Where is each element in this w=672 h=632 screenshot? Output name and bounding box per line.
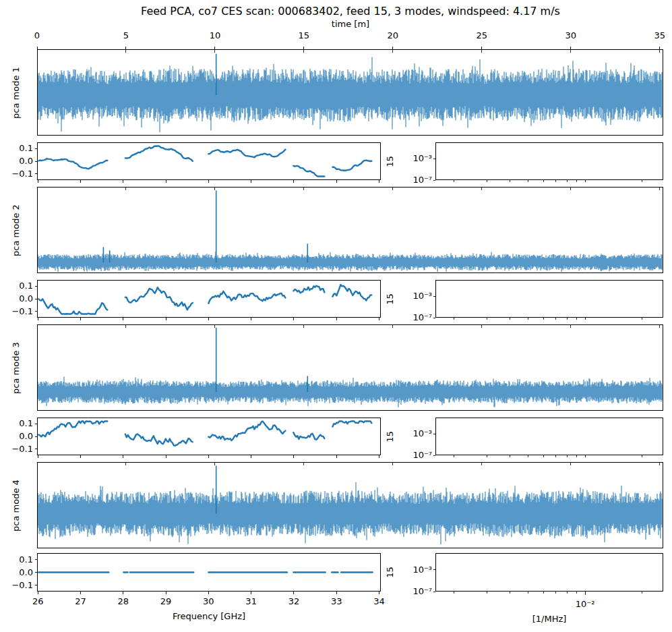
small-ytick-label: 0.0 (6, 293, 33, 304)
freq-tick-label: 30 (188, 596, 228, 607)
small-ytick-label: −0.1 (6, 580, 33, 591)
small-ytick-label: −0.1 (6, 169, 33, 179)
ylabel-pca-mode-3: pca mode 3 (7, 325, 24, 410)
freq-tick-label: 26 (18, 596, 58, 607)
ylabel-pca-mode-4: pca mode 4 (7, 463, 24, 548)
panel-pca-mode-1: pca mode 1 (37, 49, 663, 136)
signal-freq-mode-1 (38, 143, 380, 179)
signal-path (38, 376, 662, 407)
panel-pca-mode-3: pca mode 3 (37, 324, 663, 411)
signal-pca-mode-1 (38, 50, 663, 135)
freq-tick-label: 34 (359, 596, 399, 607)
signal-path (38, 482, 662, 544)
small-ytick-label: 0.1 (6, 418, 33, 429)
panel-psd-mode-2 (435, 280, 663, 318)
signal-pca-mode-3 (38, 325, 663, 410)
time-tick-label: 35 (640, 30, 672, 41)
psd-axis-label: [1/MHz] (532, 614, 567, 624)
psd-ytick-label: 10⁻⁷ (398, 312, 432, 323)
small-ytick-label: 0.1 (6, 281, 33, 291)
time-tick-label: 15 (284, 30, 324, 41)
figure: Feed PCA, co7 CES scan: 000683402, feed … (0, 0, 672, 632)
freq-tick-label: 31 (231, 596, 272, 607)
small-ytick-label: 0.1 (6, 554, 33, 565)
signal-freq-mode-2 (38, 281, 380, 317)
signal-path (38, 57, 662, 132)
small-ytick-label: −0.1 (6, 306, 33, 317)
panel-pca-mode-2: pca mode 2 (37, 187, 663, 273)
small-ytick-label: −0.1 (6, 444, 33, 455)
small-ytick-label: 0.0 (6, 156, 33, 167)
signal-path (38, 422, 371, 446)
signal-path (38, 146, 371, 177)
psd-ytick-label: 10⁻⁷ (398, 450, 432, 461)
psd-ytick-label: 10⁻³ (398, 428, 432, 439)
time-tick-label: 20 (373, 30, 413, 41)
signal-pca-mode-2 (38, 188, 663, 272)
time-tick-label: 25 (462, 30, 502, 41)
panel-freq-mode-2: 15 (37, 280, 381, 318)
signal-freq-mode-4 (38, 554, 380, 591)
panel-pca-mode-4: pca mode 4 (37, 462, 663, 548)
psd-ytick-label: 10⁻³ (398, 565, 432, 575)
signal-freq-mode-3 (38, 418, 380, 455)
signal-pca-mode-4 (38, 463, 663, 548)
freq-tick-label: 28 (103, 596, 144, 607)
feed-label-4: 15 (381, 554, 398, 591)
panel-psd-mode-4 (435, 553, 663, 592)
time-tick-label: 10 (195, 30, 235, 41)
psd-ytick-label: 10⁻⁷ (398, 586, 432, 597)
ylabel-pca-mode-1: pca mode 1 (7, 50, 24, 135)
freq-axis-label: Frequency [GHz] (173, 611, 245, 621)
feed-label-1: 15 (381, 143, 398, 179)
small-ytick-label: 0.0 (6, 567, 33, 578)
feed-label-2: 15 (381, 281, 398, 317)
signal-path (103, 190, 307, 262)
freq-tick-label: 32 (274, 596, 314, 607)
time-tick-label: 30 (551, 30, 591, 41)
psd-ytick-label: 10⁻³ (398, 153, 432, 164)
small-ytick-label: 0.0 (6, 431, 33, 442)
signal-path (38, 285, 371, 314)
psd-ytick-label: 10⁻⁷ (398, 175, 432, 185)
panel-psd-mode-1 (435, 142, 663, 180)
freq-tick-label: 33 (316, 596, 357, 607)
time-tick-label: 5 (106, 30, 146, 41)
ylabel-pca-mode-2: pca mode 2 (7, 188, 24, 272)
small-ytick-label: 0.1 (6, 143, 33, 154)
time-axis-label: time [m] (332, 19, 369, 29)
panel-freq-mode-1: 15 (37, 142, 381, 180)
psd-ytick-label: 10⁻³ (398, 291, 432, 301)
signal-path (38, 252, 662, 272)
panel-freq-mode-4: 15 (37, 553, 381, 592)
freq-tick-label: 27 (61, 596, 101, 607)
panel-psd-mode-3 (435, 418, 663, 455)
feed-label-3: 15 (381, 418, 398, 455)
panel-freq-mode-3: 15 (37, 418, 381, 455)
freq-tick-label: 29 (146, 596, 186, 607)
psd-xtick-label: 10⁻² (565, 599, 605, 610)
figure-title: Feed PCA, co7 CES scan: 000683402, feed … (141, 5, 560, 18)
time-tick-label: 0 (17, 30, 57, 41)
